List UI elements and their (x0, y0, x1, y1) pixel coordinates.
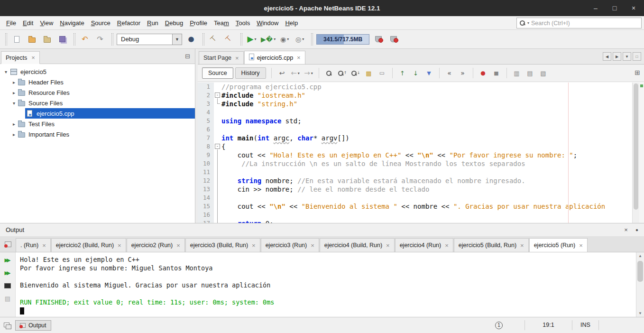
fold-toggle-icon[interactable]: - (215, 144, 220, 149)
scroll-tabs-left-icon[interactable]: ◀ (603, 52, 611, 61)
redo-button[interactable]: ↷ (94, 33, 106, 46)
shift-left-icon[interactable]: « (444, 67, 455, 79)
expander-icon[interactable]: ▾ (11, 101, 17, 106)
expander-icon[interactable]: ▾ (3, 69, 9, 74)
output-scrollbar[interactable]: ▲ ▼ (636, 252, 644, 317)
toolbar-grip[interactable] (74, 33, 75, 46)
debug-config-select[interactable]: Debug▼ (117, 34, 182, 45)
tree-node-resource-files[interactable]: ▸Resource Files (0, 87, 195, 98)
code-text[interactable]: cout << "\n" << "Bienvenido al sistema "… (221, 202, 632, 211)
tree-node-ejercicio5-cpp[interactable]: ejercicio5.cpp (0, 108, 195, 119)
stop-macro-icon[interactable]: ■ (491, 67, 502, 79)
stop-icon[interactable] (2, 281, 13, 290)
settings-icon[interactable]: ▤ (2, 294, 13, 303)
rerun-icon[interactable]: ▶▶ (2, 256, 13, 264)
comment-icon[interactable]: ▥ (512, 67, 522, 79)
new-project-button[interactable] (26, 33, 38, 46)
uncomment-icon[interactable]: ▤ (525, 67, 535, 79)
toolbar-grip[interactable] (311, 33, 313, 46)
close-tab-icon[interactable]: × (297, 54, 301, 61)
memory-gauge[interactable]: 341.5/717.5MB (316, 34, 369, 45)
close-tab-icon[interactable]: × (311, 242, 314, 249)
undo-button[interactable]: ↶ (79, 33, 91, 46)
debug-project-button[interactable]: ▶�▾ (261, 33, 276, 46)
editor-scrollbar[interactable] (632, 83, 639, 223)
code-text[interactable] (221, 194, 632, 202)
editor-tab-ejercicio5-cpp[interactable]: ejercicio5.cpp× (244, 51, 305, 64)
clean-build-button[interactable]: ⊤ (223, 33, 235, 46)
search-box[interactable]: ▾ (516, 18, 642, 28)
code-text[interactable]: cin >> nombre; // lee el nombre desde el… (221, 185, 632, 194)
menu-edit[interactable]: Edit (19, 18, 37, 28)
menu-team[interactable]: Team (211, 18, 232, 28)
code-text[interactable]: cout << "Hola! Este es un ejemplo en C++… (221, 151, 632, 159)
close-tab-icon[interactable]: × (118, 242, 121, 249)
output-minimized-button[interactable]: Output (15, 320, 51, 331)
view-button-source[interactable]: Source (202, 67, 233, 79)
save-all-button[interactable] (56, 33, 68, 46)
tab-list-icon[interactable]: ▼ (623, 52, 631, 61)
maximize-window-icon[interactable]: □ (633, 52, 641, 61)
line-number[interactable]: 12 (198, 176, 214, 185)
tree-node-important-files[interactable]: ▸Important Files (0, 129, 195, 139)
previous-occurrence-icon[interactable]: ↑ (397, 67, 408, 79)
close-output-icon[interactable]: × (624, 226, 628, 233)
menu-navigate[interactable]: Navigate (56, 18, 87, 28)
profile-project-button[interactable]: ◉▾ (278, 33, 291, 46)
build-project-button[interactable]: ⊤ (208, 33, 220, 46)
float-output-icon[interactable]: ● (635, 227, 638, 232)
close-tab-icon[interactable]: × (252, 242, 256, 249)
line-number[interactable]: 14 (198, 194, 214, 202)
output-tab-ejercicio2-build-run[interactable]: ejercicio2 (Build, Run)× (51, 238, 126, 252)
minimize-panel-icon[interactable]: ⊟ (185, 53, 190, 60)
next-occurrence-icon[interactable]: ↓ (411, 67, 421, 79)
output-tab-ejercicio4-run[interactable]: ejercicio4 (Run)× (395, 238, 453, 252)
line-number[interactable]: 10 (198, 159, 214, 168)
output-tab-ejercicio3-run[interactable]: ejercicio3 (Run)× (261, 238, 319, 252)
line-number[interactable]: 17 (198, 219, 214, 223)
line-number[interactable]: 15 (198, 202, 214, 211)
toggle-bookmark-icon[interactable]: ▼ (424, 67, 434, 79)
line-number[interactable]: 4 (198, 108, 214, 117)
line-number[interactable]: 5 (198, 117, 214, 125)
forward-icon[interactable]: →▾ (304, 67, 314, 79)
scroll-tabs-right-icon[interactable]: ▶ (613, 52, 621, 61)
toolbar-grip[interactable] (240, 33, 242, 46)
line-number[interactable]: 9 (198, 151, 214, 159)
toolbar-grip[interactable] (5, 33, 7, 46)
tree-node-source-files[interactable]: ▾Source Files (0, 98, 195, 108)
search-input[interactable] (531, 20, 639, 27)
expander-icon[interactable]: ▸ (11, 121, 17, 127)
code-text[interactable] (221, 168, 632, 176)
close-button[interactable]: × (630, 4, 637, 12)
expander-icon[interactable]: ▸ (11, 80, 17, 85)
editor-tab-start-page[interactable]: Start Page× (199, 51, 244, 64)
last-edit-icon[interactable]: ↩ (277, 67, 287, 79)
close-tab-icon[interactable]: × (520, 242, 524, 249)
code-text[interactable]: int main(int argc, char* argv[]) (221, 134, 632, 142)
expander-icon[interactable]: ▸ (11, 90, 17, 95)
scroll-up-icon[interactable]: ▲ (636, 254, 644, 258)
close-tab-icon[interactable]: × (445, 242, 449, 249)
code-text[interactable]: #include "iostream.h" (221, 91, 632, 100)
menu-help[interactable]: Help (282, 18, 301, 28)
close-tab-icon[interactable]: × (176, 242, 180, 249)
line-number[interactable]: 7 (198, 134, 214, 142)
find-previous-icon[interactable]: ↑ (337, 67, 348, 79)
expander-icon[interactable]: ▸ (11, 132, 17, 137)
line-number[interactable]: 6 (198, 125, 214, 134)
tab-projects[interactable]: Projects × (1, 51, 40, 64)
tree-node-ejercicio5[interactable]: ▾ejercicio5 (0, 66, 195, 77)
code-text[interactable] (221, 125, 632, 134)
code-text[interactable]: //programa ejercicio5.cpp (221, 83, 632, 91)
menu-profile[interactable]: Profile (186, 18, 211, 28)
code-text[interactable]: string nombre; //En esta variable estará… (221, 176, 632, 185)
notifications-icon[interactable]: 1 (495, 322, 503, 329)
code-text[interactable]: { (221, 142, 632, 151)
inspect-members-icon[interactable]: ▧ (538, 67, 549, 79)
line-number[interactable]: 13 (198, 185, 214, 194)
new-file-button[interactable] (10, 33, 23, 46)
editor-split-icon[interactable]: ⊞ (635, 69, 640, 76)
search-dropdown-icon[interactable]: ▾ (527, 21, 529, 25)
globe-icon[interactable]: ● (185, 33, 197, 46)
